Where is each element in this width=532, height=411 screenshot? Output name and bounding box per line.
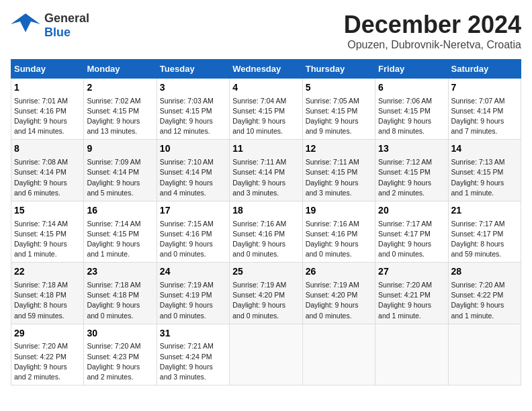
calendar-cell: 27Sunrise: 7:20 AMSunset: 4:21 PMDayligh… — [375, 263, 448, 324]
header-thursday: Thursday — [302, 60, 375, 79]
calendar-cell: 25Sunrise: 7:19 AMSunset: 4:20 PMDayligh… — [230, 263, 302, 324]
day-info: Sunrise: 7:18 AMSunset: 4:18 PMDaylight:… — [14, 280, 81, 321]
day-number: 23 — [87, 265, 153, 279]
day-number: 11 — [232, 142, 299, 156]
day-info: Sunrise: 7:10 AMSunset: 4:14 PMDaylight:… — [160, 157, 226, 198]
day-info: Sunrise: 7:20 AMSunset: 4:22 PMDaylight:… — [451, 280, 518, 321]
day-number: 14 — [451, 142, 518, 156]
calendar-week-3: 15Sunrise: 7:14 AMSunset: 4:15 PMDayligh… — [11, 201, 521, 262]
calendar-table: SundayMondayTuesdayWednesdayThursdayFrid… — [11, 59, 521, 385]
calendar-cell: 26Sunrise: 7:19 AMSunset: 4:20 PMDayligh… — [302, 263, 375, 324]
logo: General Blue — [11, 11, 89, 40]
day-info: Sunrise: 7:11 AMSunset: 4:15 PMDaylight:… — [306, 157, 372, 198]
calendar-cell — [302, 324, 375, 385]
calendar-cell: 30Sunrise: 7:20 AMSunset: 4:23 PMDayligh… — [84, 324, 157, 385]
calendar-cell: 13Sunrise: 7:12 AMSunset: 4:15 PMDayligh… — [375, 140, 448, 201]
day-info: Sunrise: 7:19 AMSunset: 4:20 PMDaylight:… — [232, 280, 299, 321]
calendar-cell: 29Sunrise: 7:20 AMSunset: 4:22 PMDayligh… — [11, 324, 84, 385]
day-number: 9 — [87, 142, 153, 156]
logo-text: General Blue — [44, 11, 89, 40]
header-tuesday: Tuesday — [157, 60, 229, 79]
day-info: Sunrise: 7:12 AMSunset: 4:15 PMDaylight:… — [378, 157, 445, 198]
day-info: Sunrise: 7:16 AMSunset: 4:16 PMDaylight:… — [306, 219, 372, 260]
logo-general: General — [44, 11, 89, 26]
day-info: Sunrise: 7:20 AMSunset: 4:21 PMDaylight:… — [378, 280, 445, 321]
logo-bird-icon — [11, 11, 40, 40]
day-number: 1 — [14, 81, 81, 95]
day-info: Sunrise: 7:09 AMSunset: 4:14 PMDaylight:… — [87, 157, 153, 198]
calendar-cell: 4Sunrise: 7:04 AMSunset: 4:15 PMDaylight… — [230, 79, 302, 140]
day-number: 10 — [160, 142, 226, 156]
calendar-week-2: 8Sunrise: 7:08 AMSunset: 4:14 PMDaylight… — [11, 140, 521, 201]
day-info: Sunrise: 7:13 AMSunset: 4:15 PMDaylight:… — [451, 157, 518, 198]
header-sunday: Sunday — [11, 60, 84, 79]
calendar-cell: 16Sunrise: 7:14 AMSunset: 4:15 PMDayligh… — [84, 201, 157, 262]
day-info: Sunrise: 7:21 AMSunset: 4:24 PMDaylight:… — [160, 341, 226, 382]
title-area: December 2024 Opuzen, Dubrovnik-Neretva,… — [344, 11, 521, 51]
calendar-cell: 21Sunrise: 7:17 AMSunset: 4:17 PMDayligh… — [448, 201, 521, 262]
day-info: Sunrise: 7:11 AMSunset: 4:14 PMDaylight:… — [232, 157, 299, 198]
day-number: 29 — [14, 327, 81, 340]
day-number: 6 — [378, 81, 445, 95]
calendar-cell: 20Sunrise: 7:17 AMSunset: 4:17 PMDayligh… — [375, 201, 448, 262]
day-info: Sunrise: 7:06 AMSunset: 4:15 PMDaylight:… — [378, 96, 445, 137]
day-number: 24 — [160, 265, 226, 279]
day-info: Sunrise: 7:20 AMSunset: 4:22 PMDaylight:… — [14, 341, 81, 382]
calendar-cell — [448, 324, 521, 385]
calendar-cell: 14Sunrise: 7:13 AMSunset: 4:15 PMDayligh… — [448, 140, 521, 201]
subtitle: Opuzen, Dubrovnik-Neretva, Croatia — [344, 39, 521, 51]
calendar-cell: 19Sunrise: 7:16 AMSunset: 4:16 PMDayligh… — [302, 201, 375, 262]
day-number: 15 — [14, 204, 81, 218]
calendar-cell: 1Sunrise: 7:01 AMSunset: 4:16 PMDaylight… — [11, 79, 84, 140]
day-number: 7 — [451, 81, 518, 95]
day-info: Sunrise: 7:19 AMSunset: 4:19 PMDaylight:… — [160, 280, 226, 321]
day-number: 16 — [87, 204, 153, 218]
calendar-cell: 15Sunrise: 7:14 AMSunset: 4:15 PMDayligh… — [11, 201, 84, 262]
day-info: Sunrise: 7:14 AMSunset: 4:15 PMDaylight:… — [14, 219, 81, 260]
calendar-cell: 24Sunrise: 7:19 AMSunset: 4:19 PMDayligh… — [157, 263, 229, 324]
day-number: 27 — [378, 265, 445, 279]
header-saturday: Saturday — [448, 60, 521, 79]
day-number: 17 — [160, 204, 226, 218]
main-title: December 2024 — [344, 11, 521, 39]
day-info: Sunrise: 7:02 AMSunset: 4:15 PMDaylight:… — [87, 96, 153, 137]
calendar-week-1: 1Sunrise: 7:01 AMSunset: 4:16 PMDaylight… — [11, 79, 521, 140]
calendar-cell — [375, 324, 448, 385]
day-number: 3 — [160, 81, 226, 95]
logo-blue: Blue — [44, 26, 89, 40]
day-info: Sunrise: 7:07 AMSunset: 4:14 PMDaylight:… — [451, 96, 518, 137]
calendar-week-4: 22Sunrise: 7:18 AMSunset: 4:18 PMDayligh… — [11, 263, 521, 324]
day-number: 5 — [306, 81, 372, 95]
calendar-cell: 22Sunrise: 7:18 AMSunset: 4:18 PMDayligh… — [11, 263, 84, 324]
calendar-cell: 23Sunrise: 7:18 AMSunset: 4:18 PMDayligh… — [84, 263, 157, 324]
day-info: Sunrise: 7:17 AMSunset: 4:17 PMDaylight:… — [451, 219, 518, 260]
day-number: 2 — [87, 81, 153, 95]
day-info: Sunrise: 7:15 AMSunset: 4:16 PMDaylight:… — [160, 219, 226, 260]
day-info: Sunrise: 7:05 AMSunset: 4:15 PMDaylight:… — [306, 96, 372, 137]
day-number: 8 — [14, 142, 81, 156]
header-monday: Monday — [84, 60, 157, 79]
day-number: 22 — [14, 265, 81, 279]
day-number: 30 — [87, 327, 153, 340]
calendar-cell — [230, 324, 302, 385]
day-info: Sunrise: 7:01 AMSunset: 4:16 PMDaylight:… — [14, 96, 81, 137]
day-number: 25 — [232, 265, 299, 279]
calendar-cell: 5Sunrise: 7:05 AMSunset: 4:15 PMDaylight… — [302, 79, 375, 140]
day-info: Sunrise: 7:17 AMSunset: 4:17 PMDaylight:… — [378, 219, 445, 260]
day-info: Sunrise: 7:18 AMSunset: 4:18 PMDaylight:… — [87, 280, 153, 321]
calendar-cell: 10Sunrise: 7:10 AMSunset: 4:14 PMDayligh… — [157, 140, 229, 201]
header-wednesday: Wednesday — [230, 60, 302, 79]
day-number: 21 — [451, 204, 518, 218]
day-number: 28 — [451, 265, 518, 279]
day-number: 26 — [306, 265, 372, 279]
day-number: 13 — [378, 142, 445, 156]
svg-marker-0 — [11, 13, 40, 32]
calendar-cell: 18Sunrise: 7:16 AMSunset: 4:16 PMDayligh… — [230, 201, 302, 262]
header-friday: Friday — [375, 60, 448, 79]
calendar-header-row: SundayMondayTuesdayWednesdayThursdayFrid… — [11, 60, 521, 79]
page-header: General Blue December 2024 Opuzen, Dubro… — [11, 11, 521, 51]
day-number: 4 — [232, 81, 299, 95]
calendar-cell: 31Sunrise: 7:21 AMSunset: 4:24 PMDayligh… — [157, 324, 229, 385]
calendar-cell: 17Sunrise: 7:15 AMSunset: 4:16 PMDayligh… — [157, 201, 229, 262]
day-number: 18 — [232, 204, 299, 218]
